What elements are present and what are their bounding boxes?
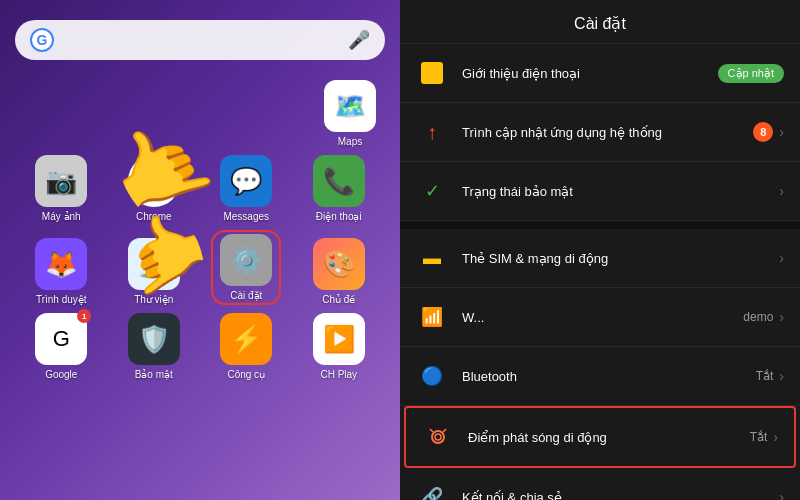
update-button[interactable]: Cập nhật (718, 64, 784, 83)
svg-line-7 (443, 429, 446, 432)
app-label-phone: Điện thoại (316, 211, 362, 222)
bluetooth-right: Tắt › (756, 368, 784, 384)
wifi-icon: 📶 (416, 301, 448, 333)
bluetooth-icon: 🔵 (416, 360, 448, 392)
connections-right: › (779, 489, 784, 500)
hotspot-title: Điểm phát sóng di động (468, 430, 750, 445)
app-icon-camera: 📷 (35, 155, 87, 207)
wifi-text: W... (462, 310, 743, 325)
google-badge: 1 (77, 309, 91, 323)
bluetooth-status: Tắt (756, 369, 774, 383)
svg-point-3 (150, 178, 157, 185)
app-label-messages: Messages (223, 211, 269, 222)
app-label-theme: Chủ đề (322, 294, 355, 305)
sim-chevron: › (779, 250, 784, 266)
app-label-browser: Trình duyệt (36, 294, 87, 305)
app-label-camera: Máy ảnh (42, 211, 81, 222)
app-icon-chrome (128, 155, 180, 207)
settings-item-bluetooth[interactable]: 🔵 Bluetooth Tắt › (400, 347, 800, 406)
hotspot-right: Tắt › (750, 429, 778, 445)
update-chevron: › (779, 124, 784, 140)
security-status-title: Trạng thái bảo mật (462, 184, 779, 199)
intro-text: Giới thiệu điện thoại (462, 66, 718, 81)
app-label-google: Google (45, 369, 77, 380)
app-item-google[interactable]: G 1 Google (26, 313, 96, 380)
app-item-theme[interactable]: 🎨 Chủ đề (304, 238, 374, 305)
wifi-title: W... (462, 310, 743, 325)
settings-list: Giới thiệu điện thoại Cập nhật ↑ Trình c… (400, 44, 800, 500)
wifi-right: demo › (743, 309, 784, 325)
settings-title: Cài đặt (400, 0, 800, 44)
app-icon-browser: 🦊 (35, 238, 87, 290)
connections-chevron: › (779, 489, 784, 500)
intro-icon (416, 57, 448, 89)
app-item-camera[interactable]: 📷 Máy ảnh (26, 155, 96, 222)
app-icon-chplay: ▶️ (313, 313, 365, 365)
app-item-phone[interactable]: 📞 Điện thoại (304, 155, 374, 222)
app-label-gallery: Thư viện (134, 294, 173, 305)
security-status-text: Trạng thái bảo mật (462, 184, 779, 199)
hotspot-icon (422, 421, 454, 453)
update-badge: 8 (753, 122, 773, 142)
settings-item-connections[interactable]: 🔗 Kết nối & chia sẻ › (400, 468, 800, 500)
app-icon-gallery: 🏔️ (128, 238, 180, 290)
app-item-chplay[interactable]: ▶️ CH Play (304, 313, 374, 380)
sim-text: Thẻ SIM & mạng di động (462, 251, 779, 266)
settings-item-update[interactable]: ↑ Trình cập nhật ứng dụng hệ thống 8 › (400, 103, 800, 162)
settings-item-security-status[interactable]: ✓ Trạng thái bảo mật › (400, 162, 800, 221)
app-label-tools: Công cụ (227, 369, 265, 380)
security-status-chevron: › (779, 183, 784, 199)
svg-point-4 (432, 431, 444, 443)
update-icon: ↑ (416, 116, 448, 148)
sim-title: Thẻ SIM & mạng di động (462, 251, 779, 266)
app-label-maps: Maps (338, 136, 362, 147)
app-icon-phone: 📞 (313, 155, 365, 207)
app-icon-theme: 🎨 (313, 238, 365, 290)
app-icon-settings: ⚙️ (220, 234, 272, 286)
app-item-maps[interactable]: 🗺️ Maps (315, 80, 385, 147)
google-logo: G (30, 28, 54, 52)
connections-text: Kết nối & chia sẻ (462, 490, 779, 501)
app-item-gallery[interactable]: 🏔️ Thư viện (119, 238, 189, 305)
app-label-security: Bảo mật (135, 369, 173, 380)
settings-item-hotspot[interactable]: Điểm phát sóng di động Tắt › (404, 406, 796, 468)
svg-line-6 (430, 429, 433, 432)
hotspot-chevron: › (773, 429, 778, 445)
app-icon-security: 🛡️ (128, 313, 180, 365)
intro-right: Cập nhật (718, 64, 784, 83)
app-icon-messages: 💬 (220, 155, 272, 207)
search-bar[interactable]: G 🎤 (15, 20, 385, 60)
settings-panel: Cài đặt 🤙 Giới thiệu điện thoại Cập nhật… (400, 0, 800, 500)
sim-right: › (779, 250, 784, 266)
svg-point-5 (435, 434, 441, 440)
app-label-settings: Cài đặt (230, 290, 262, 301)
app-item-messages[interactable]: 💬 Messages (211, 155, 281, 222)
sim-icon: ▬ (416, 242, 448, 274)
wifi-demo: demo (743, 310, 773, 324)
app-label-chrome: Chrome (136, 211, 172, 222)
connections-icon: 🔗 (416, 481, 448, 500)
app-item-security[interactable]: 🛡️ Bảo mật (119, 313, 189, 380)
settings-item-sim[interactable]: ▬ Thẻ SIM & mạng di động › (400, 229, 800, 288)
settings-item-intro[interactable]: Giới thiệu điện thoại Cập nhật (400, 44, 800, 103)
app-item-settings[interactable]: ⚙️ Cài đặt (211, 230, 281, 305)
update-text: Trình cập nhật ứng dụng hệ thống (462, 125, 753, 140)
update-right: 8 › (753, 122, 784, 142)
app-item-tools[interactable]: ⚡ Công cụ (211, 313, 281, 380)
app-icon-tools: ⚡ (220, 313, 272, 365)
app-label-chplay: CH Play (320, 369, 357, 380)
hotspot-status: Tắt (750, 430, 768, 444)
mic-icon[interactable]: 🎤 (348, 29, 370, 51)
app-icon-google: G 1 (35, 313, 87, 365)
wifi-chevron: › (779, 309, 784, 325)
connections-title: Kết nối & chia sẻ (462, 490, 779, 501)
update-title: Trình cập nhật ứng dụng hệ thống (462, 125, 753, 140)
security-status-right: › (779, 183, 784, 199)
app-item-chrome[interactable]: Chrome (119, 155, 189, 222)
bluetooth-title: Bluetooth (462, 369, 756, 384)
app-icon-maps: 🗺️ (324, 80, 376, 132)
settings-item-wifi[interactable]: 📶 W... demo › (400, 288, 800, 347)
app-item-browser[interactable]: 🦊 Trình duyệt (26, 238, 96, 305)
home-screen: G 🎤 🗺️ Maps 🤙 📷 Máy ảnh (0, 0, 400, 500)
intro-title: Giới thiệu điện thoại (462, 66, 718, 81)
